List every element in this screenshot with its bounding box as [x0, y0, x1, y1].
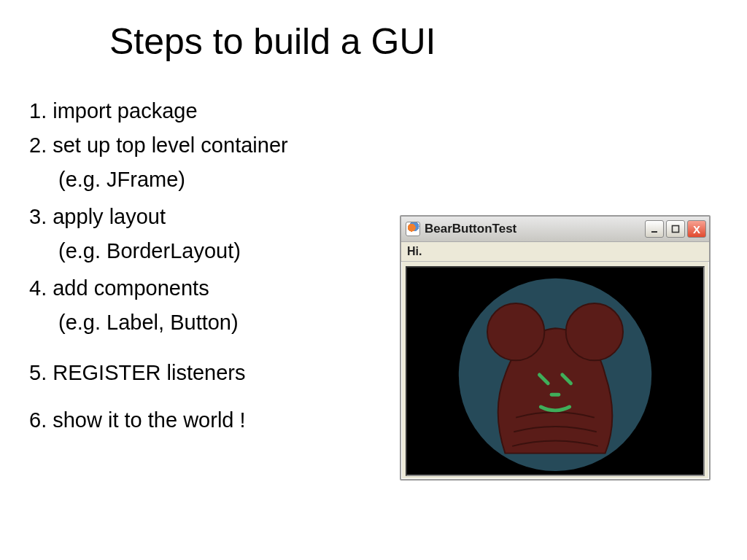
- bear-image: [407, 268, 703, 475]
- minimize-icon: [650, 225, 659, 233]
- svg-point-5: [566, 303, 623, 360]
- svg-rect-1: [673, 226, 679, 233]
- svg-rect-0: [651, 231, 657, 233]
- window-label: Hi.: [401, 242, 709, 262]
- slide: Steps to build a GUI 1. import package 2…: [0, 0, 747, 560]
- close-button[interactable]: X: [687, 220, 706, 238]
- slide-title: Steps to build a GUI: [109, 20, 436, 63]
- steps-list: 1. import package 2. set up top level co…: [29, 95, 365, 438]
- step-2: 2. set up top level container: [29, 129, 365, 162]
- step-6: 6. show it to the world !: [29, 404, 365, 437]
- window-controls: X: [645, 220, 706, 238]
- window-titlebar: BearButtonTest X: [401, 217, 709, 242]
- step-5: 5. REGISTER listeners: [29, 357, 365, 389]
- step-3: 3. apply layout: [29, 201, 365, 233]
- window-title: BearButtonTest: [425, 222, 640, 236]
- minimize-button[interactable]: [645, 220, 664, 238]
- step-1: 1. import package: [29, 95, 365, 128]
- svg-point-4: [487, 303, 544, 360]
- window-content: [406, 266, 705, 476]
- maximize-button[interactable]: [666, 220, 685, 238]
- java-window: BearButtonTest X Hi.: [400, 215, 711, 481]
- maximize-icon: [671, 225, 680, 233]
- step-4: 4. add components: [29, 272, 365, 305]
- step-2-sub: (e.g. JFrame): [29, 163, 365, 196]
- step-3-sub: (e.g. BorderLayout): [29, 235, 365, 268]
- step-4-sub: (e.g. Label, Button): [29, 306, 365, 339]
- java-icon: [406, 222, 420, 236]
